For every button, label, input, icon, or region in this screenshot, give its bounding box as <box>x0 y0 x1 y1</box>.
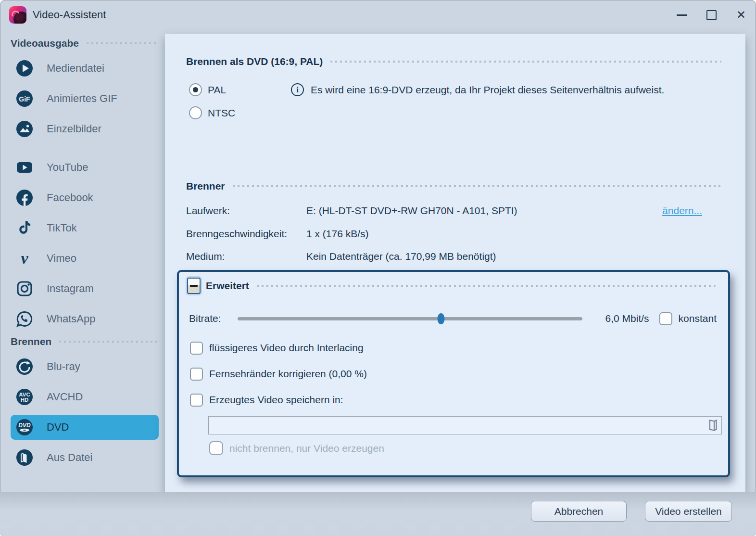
svg-text:HD: HD <box>21 396 29 402</box>
file-icon <box>15 448 34 467</box>
sidebar-item-label: DVD <box>47 421 69 434</box>
tv-borders-label: Fernsehränder korrigieren (0,00 %) <box>209 368 367 380</box>
sidebar-item-label: AVCHD <box>47 391 83 403</box>
advanced-title: Erweitert <box>206 280 249 292</box>
burner-section-header: Brenner <box>186 180 721 192</box>
sidebar-item-instagram[interactable]: Instagram <box>0 273 165 304</box>
close-button[interactable]: ✕ <box>726 0 756 30</box>
pal-label: PAL <box>208 84 226 96</box>
whatsapp-icon <box>15 310 34 328</box>
cancel-button[interactable]: Abbrechen <box>531 501 627 522</box>
ntsc-radio-row: NTSC <box>189 106 235 119</box>
gif-icon: GiF <box>15 89 34 108</box>
bitrate-value: 6,0 Mbit/s <box>605 313 649 324</box>
dvd-icon: DVD <box>15 418 34 436</box>
sidebar-item-avchd[interactable]: AVCHD AVCHD <box>0 382 165 412</box>
advanced-header: Erweitert <box>187 278 716 294</box>
pal-radio[interactable] <box>189 83 202 96</box>
medium-value: Kein Datenträger (ca. 170,99 MB benötigt… <box>306 251 496 262</box>
no-burn-label: nicht brennen, nur Video erzeugen <box>229 443 384 454</box>
titlebar: Video-Assistent ✕ <box>0 0 756 30</box>
medium-row: Medium: Kein Datenträger (ca. 170,99 MB … <box>186 251 721 262</box>
constant-label: konstant <box>679 313 717 324</box>
window-title: Video-Assistent <box>33 9 106 21</box>
svg-text:GiF: GiF <box>19 95 30 103</box>
sidebar-item-dvd[interactable]: DVD DVD <box>11 415 159 440</box>
sidebar-item-label: Animiertes GIF <box>47 92 117 105</box>
vimeo-icon: v <box>15 249 34 268</box>
constant-checkbox[interactable] <box>659 312 672 325</box>
app-logo-icon <box>9 6 26 24</box>
sidebar-item-aus-datei[interactable]: Aus Datei <box>0 442 165 472</box>
medium-label: Medium: <box>186 251 306 262</box>
dotted-divider <box>330 61 721 63</box>
advanced-options: flüssigeres Video durch Interlacing Fern… <box>190 335 717 413</box>
ntsc-label: NTSC <box>208 107 235 119</box>
info-icon: i <box>291 83 304 96</box>
save-video-option-row: Erzeugtes Video speichern in: <box>190 387 717 413</box>
media-play-icon <box>15 59 34 77</box>
save-path-field <box>208 416 722 434</box>
sidebar-item-animiertes-gif[interactable]: GiF Animiertes GIF <box>0 83 165 114</box>
save-video-checkbox[interactable] <box>190 394 203 407</box>
create-video-button[interactable]: Video erstellen <box>645 501 732 522</box>
sidebar-item-label: Vimeo <box>47 252 76 265</box>
section-label: Videoausgabe <box>11 38 79 49</box>
aspect-info: i Es wird eine 16:9-DVD erzeugt, da Ihr … <box>291 83 664 96</box>
youtube-icon <box>15 158 34 177</box>
sidebar-item-label: Instagram <box>47 282 94 295</box>
no-burn-checkbox[interactable] <box>209 441 223 455</box>
sidebar-item-tiktok[interactable]: TikTok <box>0 213 165 243</box>
sidebar-item-bluray[interactable]: Blu-ray <box>0 351 165 382</box>
dotted-divider <box>233 185 721 187</box>
bitrate-row: Bitrate: 6,0 Mbit/s konstant <box>189 309 717 328</box>
images-icon <box>15 120 34 138</box>
bitrate-slider[interactable] <box>238 309 582 328</box>
instagram-icon <box>15 280 34 298</box>
tiktok-icon <box>15 219 34 237</box>
interlacing-label: flüssigeres Video durch Interlacing <box>209 342 364 354</box>
sidebar-item-label: TikTok <box>47 222 77 234</box>
minimize-button[interactable] <box>667 0 696 30</box>
save-path-input[interactable] <box>209 417 706 434</box>
drive-row: Laufwerk: E: (HL-DT-ST DVD+-RW GH70N - A… <box>186 205 721 217</box>
ntsc-radio[interactable] <box>189 106 202 119</box>
svg-text:v: v <box>21 249 28 267</box>
sidebar-item-mediendatei[interactable]: Mediendatei <box>0 53 165 83</box>
no-burn-option-row: nicht brennen, nur Video erzeugen <box>209 441 384 455</box>
browse-folder-icon[interactable] <box>706 418 720 433</box>
drive-label: Laufwerk: <box>186 205 306 217</box>
advanced-panel: Erweitert Bitrate: 6,0 Mbit/s konstant f… <box>177 270 730 477</box>
sidebar-item-einzelbilder[interactable]: Einzelbilder <box>0 114 165 144</box>
sidebar-section-videoausgabe: Videoausgabe <box>11 36 159 51</box>
pal-radio-row: PAL <box>189 83 226 96</box>
svg-text:DVD: DVD <box>18 422 31 429</box>
tv-borders-checkbox[interactable] <box>190 368 203 381</box>
change-drive-link[interactable]: ändern... <box>662 205 702 217</box>
speed-label: Brenngeschwindigkeit: <box>186 228 306 240</box>
sidebar-item-label: WhatsApp <box>47 313 96 325</box>
drive-value: E: (HL-DT-ST DVD+-RW GH70N - A101, SPTI) <box>306 205 517 217</box>
sidebar-item-whatsapp[interactable]: WhatsApp <box>0 304 165 334</box>
sidebar-item-facebook[interactable]: Facebook <box>0 182 165 213</box>
interlacing-option-row: flüssigeres Video durch Interlacing <box>190 335 717 361</box>
collapse-button[interactable] <box>187 278 201 294</box>
slider-track[interactable] <box>238 317 582 320</box>
avchd-icon: AVCHD <box>15 388 34 406</box>
sidebar-item-label: Facebook <box>47 191 93 204</box>
maximize-icon <box>706 10 717 20</box>
bluray-icon <box>15 357 34 376</box>
minus-icon <box>190 285 198 287</box>
footer: Abbrechen Video erstellen <box>0 492 756 536</box>
dotted-divider <box>59 341 159 343</box>
sidebar-item-label: Blu-ray <box>47 360 80 373</box>
sidebar-item-label: YouTube <box>47 161 88 174</box>
speed-row: Brenngeschwindigkeit: 1 x (176 kB/s) <box>186 228 721 240</box>
minimize-icon <box>677 14 687 16</box>
bitrate-label: Bitrate: <box>189 313 238 324</box>
interlacing-checkbox[interactable] <box>190 342 203 355</box>
maximize-button[interactable] <box>696 0 726 30</box>
sidebar-item-vimeo[interactable]: v Vimeo <box>0 243 165 273</box>
bitrate-slider-thumb[interactable] <box>438 313 445 324</box>
sidebar-item-youtube[interactable]: YouTube <box>0 152 165 182</box>
